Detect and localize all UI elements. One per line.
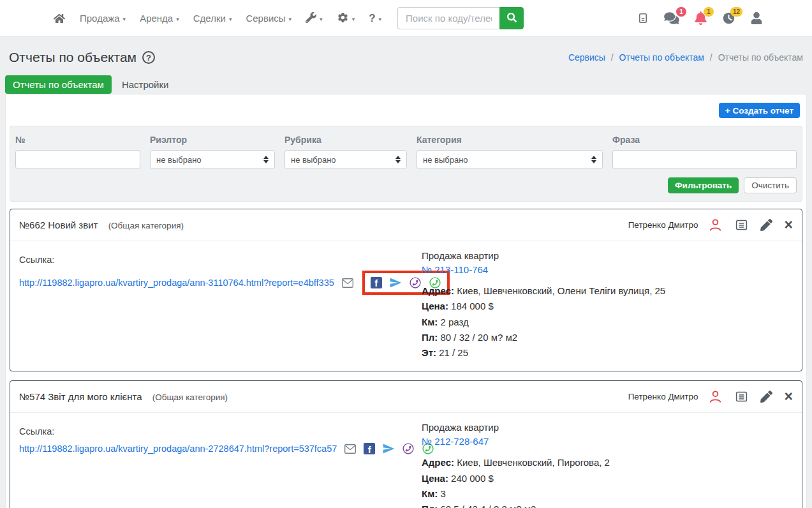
report-category: (Общая категория) [108,221,184,230]
telegram-share-icon[interactable] [382,442,395,455]
report-card-body: Ссылка: http://119882.ligapro.ua/kvartir… [10,413,802,508]
report-card-body: Ссылка: http://119882.ligapro.ua/kvartir… [10,241,802,371]
messages-badge: 1 [676,7,686,17]
filter-actions: Фильтровать Очистить [15,177,797,193]
tasks-clock-icon[interactable]: 12 [722,11,735,25]
help-menu[interactable]: ? ▾ [362,12,388,25]
nav-item-sales[interactable]: Продажа▾ [73,13,133,24]
owner-user-icon[interactable] [708,218,723,232]
help-icon[interactable]: ? [142,51,155,64]
facebook-share-icon[interactable]: f [364,443,375,454]
report-url-link[interactable]: http://119882.ligapro.ua/kvartiry_prodag… [19,278,334,288]
page-head: Отчеты по объектам ? Сервисы / Отчеты по… [0,37,812,75]
chevron-down-icon: ▾ [379,16,382,22]
nav-item-rent[interactable]: Аренда▾ [133,13,186,24]
delete-icon[interactable]: × [785,389,793,404]
report-owner: Петренко Дмитро [628,220,698,230]
create-report-button[interactable]: + Создать отчет [719,103,800,118]
filter-field-phrase: Фраза [612,135,797,169]
tools-menu[interactable]: ▾ [299,12,330,25]
messages-icon[interactable]: 1 [664,11,679,25]
breadcrumb-current: Отчеты по объектам [718,52,803,63]
filter-realtor-label: Риэлтор [150,135,275,145]
filter-rubric-select[interactable]: не выбрано [284,150,407,169]
filter-button[interactable]: Фильтровать [668,177,739,193]
notifications-badge: 1 [704,7,714,17]
prop-price: Цена: 240 000 $ [422,472,793,485]
report-owner: Петренко Дмитро [628,392,698,401]
profile-icon[interactable] [751,12,762,24]
search-icon [507,13,517,24]
toolbar: + Создать отчет [8,101,804,126]
facebook-share-icon[interactable]: f [371,277,382,288]
report-card-header: №662 Новий звит (Общая категория) Петрен… [10,209,802,241]
select-arrows-icon [395,156,401,163]
nav-right: 1 1 12 [637,11,812,25]
report-details-column: Продажа квартир № 212-728-647 Адрес: Кие… [415,422,793,508]
report-details-column: Продажа квартир № 213-110-764 Адрес: Кие… [415,250,793,362]
question-icon: ? [369,12,375,25]
contacts-book-icon[interactable] [637,12,649,24]
chevron-down-icon: ▾ [352,16,355,22]
report-card: №574 Звіт для мого клієнта (Общая катего… [10,380,802,508]
home-icon[interactable] [46,13,73,24]
filter-phrase-input[interactable] [612,150,797,169]
edit-pencil-icon[interactable] [760,219,772,231]
delete-icon[interactable]: × [785,218,793,232]
report-url-link[interactable]: http://119882.ligapro.ua/kvartiry_prodag… [19,444,337,454]
listing-code-link[interactable]: № 213-110-764 [422,264,488,275]
listing-code-link[interactable]: № 212-728-647 [422,436,489,447]
link-label: Ссылка: [19,255,415,265]
filter-number-label: № [15,135,140,145]
content-panel: + Создать отчет № Риэлтор не выбрано Руб… [5,94,807,508]
filter-category-select[interactable]: не выбрано [417,150,603,169]
telegram-share-icon[interactable] [389,276,402,289]
search-input[interactable] [397,7,499,29]
details-list-icon[interactable] [735,390,748,403]
page-title-text: Отчеты по объектам [9,50,137,65]
email-share-icon[interactable] [343,443,358,455]
filter-field-rubric: Рубрика не выбрано [284,135,407,169]
tab-reports[interactable]: Отчеты по объектам [5,75,112,94]
prop-rooms: Км: 3 [422,488,793,500]
nav-item-services[interactable]: Сервисы▾ [239,13,299,24]
tabs: Отчеты по объектам Настройки [0,75,812,94]
nav-item-deals[interactable]: Сделки▾ [186,13,239,24]
page-title: Отчеты по объектам ? [9,50,155,65]
chevron-down-icon: ▾ [229,16,232,22]
settings-menu[interactable]: ▾ [330,11,362,26]
filter-fields: № Риэлтор не выбрано Рубрика не выбрано … [15,135,797,169]
clear-button[interactable]: Очистить [744,177,797,193]
report-link-column: Ссылка: http://119882.ligapro.ua/kvartir… [19,422,415,508]
filter-realtor-select[interactable]: не выбрано [150,150,275,169]
link-label: Ссылка: [19,426,415,437]
filter-field-realtor: Риэлтор не выбрано [150,135,275,169]
filter-number-input[interactable] [15,150,140,169]
breadcrumb-link-reports[interactable]: Отчеты по объектам [619,52,704,63]
prop-address: Адрес: Киев, Шевченковский, Олени Теліги… [422,285,793,297]
email-share-icon[interactable] [340,277,355,289]
edit-pencil-icon[interactable] [760,391,772,403]
report-actions: Петренко Дмитро × [628,218,793,232]
filter-category-value: не выбрано [423,155,468,165]
report-title: №574 Звіт для мого клієнта (Общая катего… [19,391,228,402]
prop-rooms: Км: 2 разд [422,316,793,329]
wrench-icon [306,12,316,25]
details-list-icon[interactable] [735,218,748,232]
report-title-text: №574 Звіт для мого клієнта [19,391,142,402]
search-button[interactable] [499,7,524,29]
viber-share-icon[interactable] [402,442,415,455]
tab-settings[interactable]: Настройки [122,75,169,94]
top-nav: Продажа▾ Аренда▾ Сделки▾ Сервисы▾ ▾ ▾ ? … [0,0,812,37]
listing-type: Продажа квартир [422,250,793,261]
prop-address: Адрес: Киев, Шевченковский, Пирогова, 2 [422,456,793,469]
filter-field-category: Категория не выбрано [417,135,603,169]
report-card: №662 Новий звит (Общая категория) Петрен… [10,209,802,371]
listing-props: Адрес: Киев, Шевченковский, Пирогова, 2 … [422,456,793,508]
notifications-bell-icon[interactable]: 1 [695,11,707,25]
chevron-down-icon: ▾ [176,16,179,22]
owner-user-icon[interactable] [708,389,723,404]
select-arrows-icon [263,156,269,163]
nav-item-deals-label: Сделки [193,13,226,24]
breadcrumb-link-services[interactable]: Сервисы [568,52,605,63]
